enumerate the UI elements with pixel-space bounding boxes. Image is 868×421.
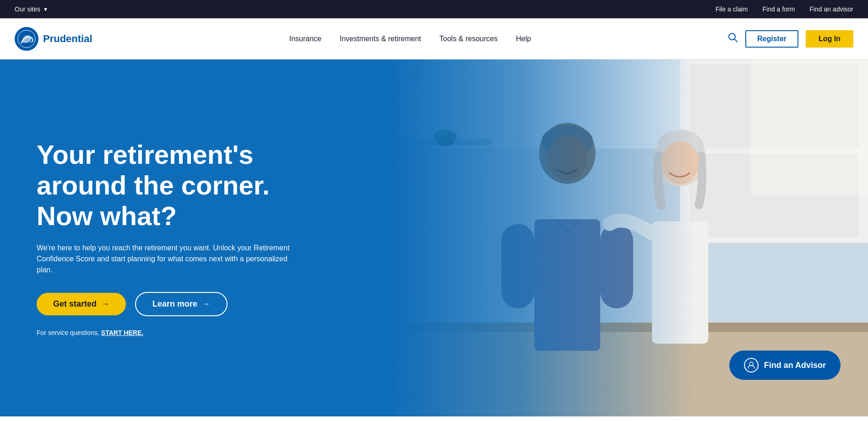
logo[interactable]: Prudential <box>15 27 92 51</box>
nav-help[interactable]: Help <box>516 35 531 43</box>
login-button[interactable]: Log In <box>806 30 853 48</box>
hero-content: Your retirement's around the corner. Now… <box>0 59 330 416</box>
arrow-right-icon: → <box>202 299 210 309</box>
find-advisor-top-link[interactable]: Find an advisor <box>809 5 853 13</box>
start-here-link[interactable]: START HERE. <box>101 329 143 336</box>
svg-line-2 <box>734 39 737 42</box>
svg-point-26 <box>749 362 753 366</box>
our-sites-menu[interactable]: Our sites ▾ <box>15 5 47 13</box>
chevron-down-icon: ▾ <box>44 5 47 13</box>
hero-buttons: Get started → Learn more → <box>37 292 293 316</box>
nav-tools[interactable]: Tools & resources <box>439 35 498 43</box>
logo-icon <box>15 27 38 51</box>
search-button[interactable] <box>728 32 738 45</box>
top-bar-links: File a claim Find a form Find an advisor <box>716 5 853 13</box>
nav-investments[interactable]: Investments & retirement <box>340 35 421 43</box>
main-nav: Prudential Insurance Investments & retir… <box>0 18 868 59</box>
our-sites-label: Our sites <box>15 5 40 13</box>
logo-text: Prudential <box>43 33 92 45</box>
nav-links: Insurance Investments & retirement Tools… <box>289 35 531 43</box>
hero-subtext: We're here to help you reach the retirem… <box>37 243 293 275</box>
hero-section: Your retirement's around the corner. Now… <box>0 59 868 416</box>
register-button[interactable]: Register <box>745 30 798 48</box>
file-claim-link[interactable]: File a claim <box>716 5 748 13</box>
top-bar: Our sites ▾ File a claim Find a form Fin… <box>0 0 868 18</box>
hero-headline: Your retirement's around the corner. Now… <box>37 140 293 231</box>
nav-insurance[interactable]: Insurance <box>289 35 321 43</box>
learn-more-button[interactable]: Learn more → <box>135 292 228 316</box>
person-icon <box>744 358 759 372</box>
find-form-link[interactable]: Find a form <box>762 5 795 13</box>
find-advisor-button[interactable]: Find an Advisor <box>729 351 841 380</box>
arrow-right-icon: → <box>101 299 109 309</box>
hero-service-text: For service questions, START HERE. <box>37 329 293 336</box>
get-started-button[interactable]: Get started → <box>37 293 126 315</box>
nav-right: Register Log In <box>728 30 853 48</box>
